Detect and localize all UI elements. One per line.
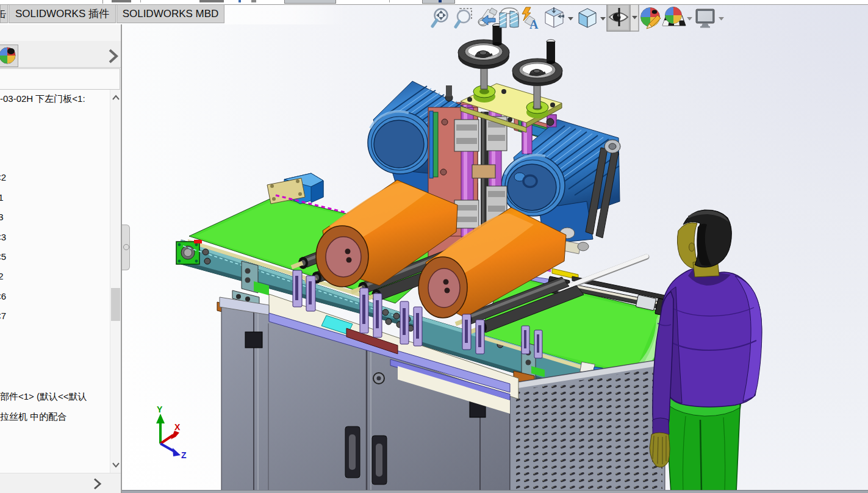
svg-text:Z: Z (181, 450, 187, 460)
svg-text:Y: Y (157, 405, 163, 414)
svg-text:A: A (529, 18, 539, 31)
svg-text:X: X (174, 422, 181, 432)
